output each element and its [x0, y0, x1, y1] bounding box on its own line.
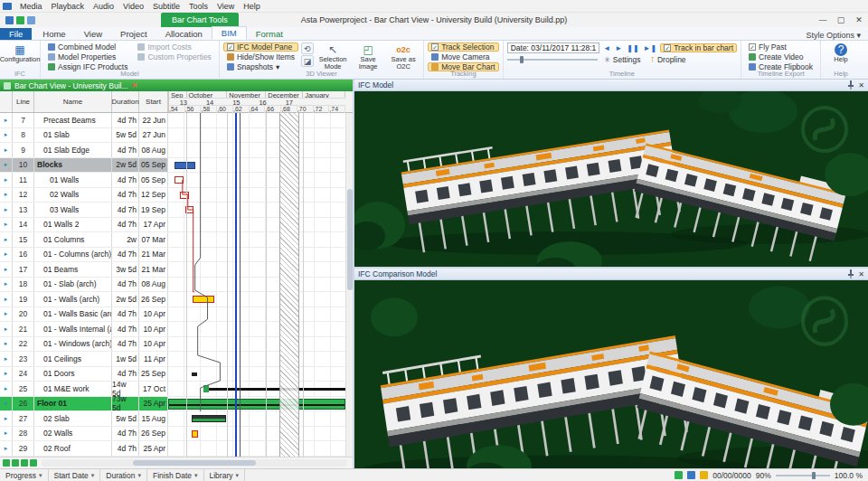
gantt-cell[interactable] — [168, 292, 345, 307]
status-field-duration[interactable]: Duration▾ — [100, 469, 147, 481]
table-row[interactable]: ▸2501 M&E work14w 5d17 Oct — [0, 382, 353, 397]
header-select-column[interactable] — [0, 91, 13, 112]
style-options-button[interactable]: Style Options ▾ — [806, 31, 868, 40]
menu-item-help[interactable]: Help — [239, 2, 265, 11]
menu-item-subtitle[interactable]: Subtitle — [148, 2, 184, 11]
gantt-tool-icon-4[interactable] — [30, 459, 37, 467]
minimize-icon[interactable]: — — [814, 15, 832, 24]
gantt-bar[interactable] — [192, 430, 198, 438]
table-row[interactable]: ▸1401 Walls 24d 7h17 Apr — [0, 218, 353, 233]
header-duration[interactable]: Duration — [112, 91, 139, 112]
save-image-button[interactable]: ◰ Save Image — [352, 42, 384, 71]
gantt-cell[interactable] — [168, 113, 345, 127]
ribbon-tab-project[interactable]: Project — [111, 28, 156, 40]
gantt-cell[interactable] — [168, 158, 345, 173]
ribbon-tab-allocation[interactable]: Allocation — [156, 28, 212, 40]
help-button[interactable]: ? Help — [825, 42, 857, 63]
gantt-bar[interactable] — [168, 399, 345, 410]
configuration-button[interactable]: ▦ Configuration — [4, 42, 36, 63]
pin-icon[interactable] — [847, 80, 854, 90]
move-camera-button[interactable]: Move Camera — [428, 52, 499, 61]
gantt-cell[interactable] — [168, 382, 345, 396]
menu-item-audio[interactable]: Audio — [89, 2, 118, 11]
ifc-comparison-viewport[interactable] — [354, 280, 868, 468]
status-field-start-date[interactable]: Start Date▾ — [49, 469, 101, 481]
gantt-tool-icon-2[interactable] — [12, 459, 19, 467]
gantt-cell[interactable] — [168, 128, 345, 143]
track-selection-toggle[interactable]: ✓ Track Selection — [428, 42, 499, 52]
menu-item-tools[interactable]: Tools — [184, 2, 212, 11]
zoom-slider[interactable] — [776, 472, 830, 479]
gantt-tool-icon-1[interactable] — [3, 459, 10, 467]
save-as-o2c-button[interactable]: o2c Save as O2C — [387, 42, 420, 71]
table-row[interactable]: ▸801 Slab5w 5d27 Jun — [0, 128, 353, 144]
table-row[interactable]: ▸26Floor 0173w 5d25 Apr — [0, 397, 353, 412]
gantt-cell[interactable] — [168, 173, 345, 187]
menu-item-video[interactable]: Video — [118, 2, 148, 11]
menu-item-view[interactable]: View — [212, 2, 239, 11]
table-row[interactable]: ▸10Blocks2w 5d05 Sep — [0, 158, 353, 174]
ribbon-tab-format[interactable]: Format — [247, 28, 292, 40]
gantt-cell[interactable] — [168, 218, 345, 232]
table-row[interactable]: ▸2101 - Walls Internal (arch)4d 7h10 Apr — [0, 322, 353, 337]
gantt-bar[interactable] — [180, 192, 189, 199]
gantt-vertical-scrollbar[interactable] — [345, 113, 353, 457]
table-row[interactable]: ▸1901 - Walls (arch)2w 5d26 Sep — [0, 292, 353, 307]
table-row[interactable]: ▸1303 Walls4d 7h19 Sep — [0, 203, 353, 218]
header-start[interactable]: Start — [139, 91, 168, 112]
combined-model-button[interactable]: Combined Model — [44, 42, 131, 52]
pause-icon[interactable]: ❚❚ — [626, 44, 639, 52]
dropline-button[interactable]: ⊺ Dropline — [647, 55, 690, 64]
table-row[interactable]: ▸1501 Columns2w07 Mar — [0, 232, 353, 248]
table-row[interactable]: ▸1101 Walls4d 7h05 Sep — [0, 173, 353, 188]
status-field-library[interactable]: Library▾ — [204, 469, 246, 481]
import-costs-button[interactable]: Import Costs — [134, 42, 214, 52]
gantt-cell[interactable] — [168, 352, 345, 366]
quick-icon-1[interactable] — [5, 16, 14, 24]
create-video-button[interactable]: Create Video — [745, 52, 816, 61]
gantt-horizontal-scrollbar[interactable] — [42, 459, 347, 467]
view-tab-title[interactable]: Bar Chart View - University Buil... — [14, 81, 128, 90]
fly-past-toggle[interactable]: ✓ Fly Past — [745, 42, 816, 52]
timeline-scale[interactable]: SepOctoberNovemberDecemberJanuary 131415… — [168, 91, 345, 112]
custom-properties-button[interactable]: Custom Properties — [134, 52, 214, 61]
table-row[interactable]: ▸1701 Beams3w 5d21 Mar — [0, 262, 353, 278]
gantt-bar[interactable] — [175, 162, 196, 169]
hide-show-items-button[interactable]: Hide/Show Items — [223, 52, 298, 61]
selection-mode-button[interactable]: ↖ Selection Mode — [316, 42, 349, 71]
status-field-progress[interactable]: Progress▾ — [0, 469, 49, 481]
close-icon[interactable]: ✕ — [850, 15, 868, 24]
table-row[interactable]: ▸2001 - Walls Basic (arch)4d 7h10 Apr — [0, 307, 353, 323]
gantt-cell[interactable] — [168, 262, 345, 277]
gantt-cell[interactable] — [168, 278, 345, 292]
quick-icon-3[interactable] — [27, 16, 35, 24]
gantt-cell[interactable] — [168, 322, 345, 336]
gantt-cell[interactable] — [168, 411, 345, 426]
gantt-bar[interactable] — [192, 415, 225, 422]
ribbon-tab-bim[interactable]: BIM — [212, 26, 247, 40]
ribbon-tab-view[interactable]: View — [75, 28, 111, 40]
table-row[interactable]: ▸7Precast Beams4d 7h22 Jun — [0, 113, 353, 128]
gantt-bar[interactable] — [203, 388, 345, 391]
play-icon[interactable]: ► — [614, 44, 623, 52]
gantt-tool-icon-3[interactable] — [21, 459, 28, 467]
table-row[interactable]: ▸901 Slab Edge4d 7h08 Aug — [0, 143, 353, 158]
ribbon-tab-home[interactable]: Home — [33, 28, 74, 40]
reset-camera-button[interactable]: ⟲ — [301, 42, 314, 54]
gantt-cell[interactable] — [168, 188, 345, 203]
header-line[interactable]: Line — [13, 91, 34, 112]
gantt-cell[interactable] — [168, 337, 345, 352]
table-row[interactable]: ▸2902 Roof4d 7h25 Apr — [0, 441, 353, 457]
gantt-cell[interactable] — [168, 367, 345, 382]
step-forward-icon[interactable]: ►❚ — [643, 44, 658, 52]
status-field-finish-date[interactable]: Finish Date▾ — [147, 469, 204, 481]
menu-item-media[interactable]: Media — [15, 2, 47, 11]
ifc-model-viewport[interactable] — [354, 91, 868, 267]
table-row[interactable]: ▸2802 Walls4d 7h26 Sep — [0, 427, 353, 442]
header-name[interactable]: Name — [34, 91, 112, 112]
table-row[interactable]: ▸2201 - Windows (arch)4d 7h10 Apr — [0, 337, 353, 353]
view-tab-close-icon[interactable]: ✕ — [132, 81, 138, 90]
gantt-cell[interactable] — [168, 397, 345, 411]
ifc-model-pane-toggle[interactable]: ✓ IFC Model Pane — [223, 42, 298, 52]
timeline-slider[interactable] — [507, 56, 598, 63]
